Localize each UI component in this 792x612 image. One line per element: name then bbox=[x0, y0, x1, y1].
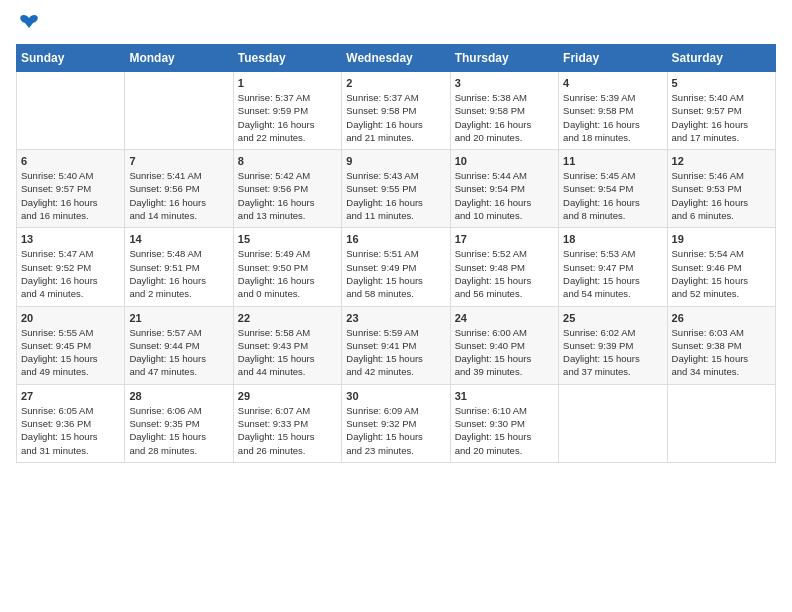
column-header-thursday: Thursday bbox=[450, 45, 558, 72]
calendar-cell: 2Sunrise: 5:37 AM Sunset: 9:58 PM Daylig… bbox=[342, 72, 450, 150]
day-number: 25 bbox=[563, 312, 662, 324]
calendar-cell bbox=[125, 72, 233, 150]
calendar-cell: 18Sunrise: 5:53 AM Sunset: 9:47 PM Dayli… bbox=[559, 228, 667, 306]
calendar-cell: 9Sunrise: 5:43 AM Sunset: 9:55 PM Daylig… bbox=[342, 150, 450, 228]
calendar-cell: 8Sunrise: 5:42 AM Sunset: 9:56 PM Daylig… bbox=[233, 150, 341, 228]
day-number: 6 bbox=[21, 155, 120, 167]
day-info: Sunrise: 5:38 AM Sunset: 9:58 PM Dayligh… bbox=[455, 91, 554, 144]
calendar-cell bbox=[667, 384, 775, 462]
day-info: Sunrise: 5:58 AM Sunset: 9:43 PM Dayligh… bbox=[238, 326, 337, 379]
day-info: Sunrise: 5:52 AM Sunset: 9:48 PM Dayligh… bbox=[455, 247, 554, 300]
calendar-cell: 12Sunrise: 5:46 AM Sunset: 9:53 PM Dayli… bbox=[667, 150, 775, 228]
calendar-cell: 29Sunrise: 6:07 AM Sunset: 9:33 PM Dayli… bbox=[233, 384, 341, 462]
calendar-cell: 23Sunrise: 5:59 AM Sunset: 9:41 PM Dayli… bbox=[342, 306, 450, 384]
day-number: 4 bbox=[563, 77, 662, 89]
bird-icon bbox=[19, 12, 39, 34]
day-info: Sunrise: 6:07 AM Sunset: 9:33 PM Dayligh… bbox=[238, 404, 337, 457]
day-info: Sunrise: 5:57 AM Sunset: 9:44 PM Dayligh… bbox=[129, 326, 228, 379]
calendar-cell: 22Sunrise: 5:58 AM Sunset: 9:43 PM Dayli… bbox=[233, 306, 341, 384]
day-number: 10 bbox=[455, 155, 554, 167]
day-info: Sunrise: 6:06 AM Sunset: 9:35 PM Dayligh… bbox=[129, 404, 228, 457]
day-number: 23 bbox=[346, 312, 445, 324]
calendar-cell: 1Sunrise: 5:37 AM Sunset: 9:59 PM Daylig… bbox=[233, 72, 341, 150]
calendar-header-row: SundayMondayTuesdayWednesdayThursdayFrid… bbox=[17, 45, 776, 72]
calendar-cell: 17Sunrise: 5:52 AM Sunset: 9:48 PM Dayli… bbox=[450, 228, 558, 306]
day-number: 1 bbox=[238, 77, 337, 89]
day-info: Sunrise: 5:45 AM Sunset: 9:54 PM Dayligh… bbox=[563, 169, 662, 222]
day-number: 29 bbox=[238, 390, 337, 402]
calendar-cell: 31Sunrise: 6:10 AM Sunset: 9:30 PM Dayli… bbox=[450, 384, 558, 462]
day-info: Sunrise: 5:47 AM Sunset: 9:52 PM Dayligh… bbox=[21, 247, 120, 300]
calendar-cell: 30Sunrise: 6:09 AM Sunset: 9:32 PM Dayli… bbox=[342, 384, 450, 462]
calendar-week-4: 20Sunrise: 5:55 AM Sunset: 9:45 PM Dayli… bbox=[17, 306, 776, 384]
day-number: 12 bbox=[672, 155, 771, 167]
day-number: 13 bbox=[21, 233, 120, 245]
day-number: 14 bbox=[129, 233, 228, 245]
day-info: Sunrise: 5:37 AM Sunset: 9:58 PM Dayligh… bbox=[346, 91, 445, 144]
calendar-cell: 11Sunrise: 5:45 AM Sunset: 9:54 PM Dayli… bbox=[559, 150, 667, 228]
day-number: 20 bbox=[21, 312, 120, 324]
column-header-wednesday: Wednesday bbox=[342, 45, 450, 72]
calendar-cell: 19Sunrise: 5:54 AM Sunset: 9:46 PM Dayli… bbox=[667, 228, 775, 306]
day-info: Sunrise: 5:37 AM Sunset: 9:59 PM Dayligh… bbox=[238, 91, 337, 144]
day-info: Sunrise: 5:51 AM Sunset: 9:49 PM Dayligh… bbox=[346, 247, 445, 300]
calendar-cell: 14Sunrise: 5:48 AM Sunset: 9:51 PM Dayli… bbox=[125, 228, 233, 306]
column-header-saturday: Saturday bbox=[667, 45, 775, 72]
column-header-tuesday: Tuesday bbox=[233, 45, 341, 72]
day-number: 11 bbox=[563, 155, 662, 167]
day-number: 19 bbox=[672, 233, 771, 245]
calendar-cell: 24Sunrise: 6:00 AM Sunset: 9:40 PM Dayli… bbox=[450, 306, 558, 384]
day-number: 8 bbox=[238, 155, 337, 167]
day-info: Sunrise: 5:41 AM Sunset: 9:56 PM Dayligh… bbox=[129, 169, 228, 222]
day-number: 15 bbox=[238, 233, 337, 245]
day-number: 16 bbox=[346, 233, 445, 245]
day-info: Sunrise: 5:44 AM Sunset: 9:54 PM Dayligh… bbox=[455, 169, 554, 222]
calendar-cell bbox=[559, 384, 667, 462]
day-info: Sunrise: 5:59 AM Sunset: 9:41 PM Dayligh… bbox=[346, 326, 445, 379]
day-info: Sunrise: 5:40 AM Sunset: 9:57 PM Dayligh… bbox=[672, 91, 771, 144]
day-info: Sunrise: 6:03 AM Sunset: 9:38 PM Dayligh… bbox=[672, 326, 771, 379]
calendar-table: SundayMondayTuesdayWednesdayThursdayFrid… bbox=[16, 44, 776, 463]
calendar-cell: 28Sunrise: 6:06 AM Sunset: 9:35 PM Dayli… bbox=[125, 384, 233, 462]
day-number: 28 bbox=[129, 390, 228, 402]
column-header-monday: Monday bbox=[125, 45, 233, 72]
day-number: 3 bbox=[455, 77, 554, 89]
day-info: Sunrise: 6:09 AM Sunset: 9:32 PM Dayligh… bbox=[346, 404, 445, 457]
calendar-cell: 4Sunrise: 5:39 AM Sunset: 9:58 PM Daylig… bbox=[559, 72, 667, 150]
day-number: 9 bbox=[346, 155, 445, 167]
day-number: 2 bbox=[346, 77, 445, 89]
calendar-week-5: 27Sunrise: 6:05 AM Sunset: 9:36 PM Dayli… bbox=[17, 384, 776, 462]
calendar-cell: 16Sunrise: 5:51 AM Sunset: 9:49 PM Dayli… bbox=[342, 228, 450, 306]
day-info: Sunrise: 6:02 AM Sunset: 9:39 PM Dayligh… bbox=[563, 326, 662, 379]
calendar-cell: 27Sunrise: 6:05 AM Sunset: 9:36 PM Dayli… bbox=[17, 384, 125, 462]
calendar-cell: 21Sunrise: 5:57 AM Sunset: 9:44 PM Dayli… bbox=[125, 306, 233, 384]
day-info: Sunrise: 5:54 AM Sunset: 9:46 PM Dayligh… bbox=[672, 247, 771, 300]
column-header-friday: Friday bbox=[559, 45, 667, 72]
day-number: 31 bbox=[455, 390, 554, 402]
day-info: Sunrise: 5:55 AM Sunset: 9:45 PM Dayligh… bbox=[21, 326, 120, 379]
day-info: Sunrise: 5:40 AM Sunset: 9:57 PM Dayligh… bbox=[21, 169, 120, 222]
calendar-cell: 6Sunrise: 5:40 AM Sunset: 9:57 PM Daylig… bbox=[17, 150, 125, 228]
calendar-cell: 20Sunrise: 5:55 AM Sunset: 9:45 PM Dayli… bbox=[17, 306, 125, 384]
day-info: Sunrise: 5:42 AM Sunset: 9:56 PM Dayligh… bbox=[238, 169, 337, 222]
calendar-cell: 3Sunrise: 5:38 AM Sunset: 9:58 PM Daylig… bbox=[450, 72, 558, 150]
day-info: Sunrise: 5:53 AM Sunset: 9:47 PM Dayligh… bbox=[563, 247, 662, 300]
day-info: Sunrise: 5:43 AM Sunset: 9:55 PM Dayligh… bbox=[346, 169, 445, 222]
calendar-cell: 26Sunrise: 6:03 AM Sunset: 9:38 PM Dayli… bbox=[667, 306, 775, 384]
calendar-cell: 10Sunrise: 5:44 AM Sunset: 9:54 PM Dayli… bbox=[450, 150, 558, 228]
day-info: Sunrise: 5:48 AM Sunset: 9:51 PM Dayligh… bbox=[129, 247, 228, 300]
day-info: Sunrise: 6:10 AM Sunset: 9:30 PM Dayligh… bbox=[455, 404, 554, 457]
day-number: 18 bbox=[563, 233, 662, 245]
day-info: Sunrise: 6:05 AM Sunset: 9:36 PM Dayligh… bbox=[21, 404, 120, 457]
page-header bbox=[16, 16, 776, 34]
day-number: 17 bbox=[455, 233, 554, 245]
calendar-cell bbox=[17, 72, 125, 150]
day-number: 30 bbox=[346, 390, 445, 402]
calendar-cell: 25Sunrise: 6:02 AM Sunset: 9:39 PM Dayli… bbox=[559, 306, 667, 384]
day-info: Sunrise: 5:49 AM Sunset: 9:50 PM Dayligh… bbox=[238, 247, 337, 300]
day-number: 5 bbox=[672, 77, 771, 89]
calendar-week-2: 6Sunrise: 5:40 AM Sunset: 9:57 PM Daylig… bbox=[17, 150, 776, 228]
logo bbox=[16, 16, 39, 34]
day-number: 24 bbox=[455, 312, 554, 324]
day-number: 26 bbox=[672, 312, 771, 324]
